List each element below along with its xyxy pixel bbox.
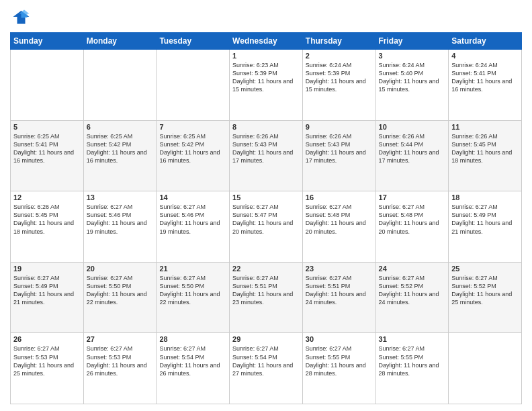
calendar-cell: 13Sunrise: 6:27 AM Sunset: 5:46 PM Dayli… bbox=[83, 191, 157, 263]
calendar-week-row: 1Sunrise: 6:23 AM Sunset: 5:39 PM Daylig… bbox=[11, 50, 522, 121]
day-number: 8 bbox=[232, 123, 300, 131]
day-content: Sunrise: 6:27 AM Sunset: 5:53 PM Dayligh… bbox=[87, 345, 154, 377]
calendar-cell: 18Sunrise: 6:27 AM Sunset: 5:49 PM Dayli… bbox=[449, 191, 522, 263]
day-content: Sunrise: 6:27 AM Sunset: 5:50 PM Dayligh… bbox=[159, 274, 226, 307]
day-of-week-header: Thursday bbox=[302, 33, 375, 50]
calendar-week-row: 12Sunrise: 6:26 AM Sunset: 5:45 PM Dayli… bbox=[11, 191, 522, 263]
calendar-cell: 10Sunrise: 6:26 AM Sunset: 5:44 PM Dayli… bbox=[375, 120, 449, 191]
calendar-cell: 2Sunrise: 6:24 AM Sunset: 5:39 PM Daylig… bbox=[302, 50, 375, 121]
day-content: Sunrise: 6:24 AM Sunset: 5:40 PM Dayligh… bbox=[379, 61, 446, 94]
header bbox=[10, 7, 522, 27]
calendar-cell bbox=[83, 50, 157, 121]
calendar-cell: 28Sunrise: 6:27 AM Sunset: 5:54 PM Dayli… bbox=[157, 333, 230, 404]
day-number: 16 bbox=[306, 193, 373, 201]
day-number: 4 bbox=[451, 52, 519, 60]
calendar-body: 1Sunrise: 6:23 AM Sunset: 5:39 PM Daylig… bbox=[11, 50, 522, 404]
calendar-week-row: 26Sunrise: 6:27 AM Sunset: 5:53 PM Dayli… bbox=[11, 333, 522, 404]
day-content: Sunrise: 6:27 AM Sunset: 5:51 PM Dayligh… bbox=[306, 274, 373, 307]
calendar-week-row: 5Sunrise: 6:25 AM Sunset: 5:41 PM Daylig… bbox=[11, 120, 522, 191]
day-number: 26 bbox=[13, 335, 81, 343]
day-number: 15 bbox=[232, 193, 300, 201]
header-row: SundayMondayTuesdayWednesdayThursdayFrid… bbox=[11, 33, 522, 50]
day-of-week-header: Monday bbox=[83, 33, 157, 50]
day-content: Sunrise: 6:24 AM Sunset: 5:39 PM Dayligh… bbox=[306, 61, 373, 94]
day-content: Sunrise: 6:23 AM Sunset: 5:39 PM Dayligh… bbox=[232, 61, 300, 94]
calendar-cell bbox=[157, 50, 230, 121]
day-number: 9 bbox=[306, 123, 373, 131]
day-content: Sunrise: 6:25 AM Sunset: 5:42 PM Dayligh… bbox=[159, 132, 226, 165]
calendar-cell: 26Sunrise: 6:27 AM Sunset: 5:53 PM Dayli… bbox=[11, 333, 84, 404]
calendar-cell: 27Sunrise: 6:27 AM Sunset: 5:53 PM Dayli… bbox=[83, 333, 157, 404]
day-content: Sunrise: 6:27 AM Sunset: 5:49 PM Dayligh… bbox=[13, 274, 81, 307]
day-content: Sunrise: 6:25 AM Sunset: 5:41 PM Dayligh… bbox=[13, 132, 81, 165]
calendar-cell: 15Sunrise: 6:27 AM Sunset: 5:47 PM Dayli… bbox=[230, 191, 303, 263]
day-content: Sunrise: 6:27 AM Sunset: 5:48 PM Dayligh… bbox=[379, 203, 446, 236]
calendar-cell: 9Sunrise: 6:26 AM Sunset: 5:43 PM Daylig… bbox=[302, 120, 375, 191]
day-content: Sunrise: 6:27 AM Sunset: 5:46 PM Dayligh… bbox=[159, 203, 226, 236]
day-content: Sunrise: 6:26 AM Sunset: 5:43 PM Dayligh… bbox=[232, 132, 300, 165]
calendar-cell: 3Sunrise: 6:24 AM Sunset: 5:40 PM Daylig… bbox=[375, 50, 449, 121]
calendar-cell: 29Sunrise: 6:27 AM Sunset: 5:54 PM Dayli… bbox=[230, 333, 303, 404]
day-number: 14 bbox=[159, 193, 226, 201]
calendar-cell: 16Sunrise: 6:27 AM Sunset: 5:48 PM Dayli… bbox=[302, 191, 375, 263]
day-content: Sunrise: 6:27 AM Sunset: 5:48 PM Dayligh… bbox=[306, 203, 373, 236]
day-content: Sunrise: 6:26 AM Sunset: 5:45 PM Dayligh… bbox=[13, 203, 81, 236]
day-content: Sunrise: 6:26 AM Sunset: 5:45 PM Dayligh… bbox=[451, 132, 519, 165]
calendar-cell: 6Sunrise: 6:25 AM Sunset: 5:42 PM Daylig… bbox=[83, 120, 157, 191]
day-number: 20 bbox=[87, 265, 154, 273]
calendar-cell: 24Sunrise: 6:27 AM Sunset: 5:52 PM Dayli… bbox=[375, 262, 449, 333]
page: SundayMondayTuesdayWednesdayThursdayFrid… bbox=[0, 0, 532, 411]
logo bbox=[10, 7, 33, 27]
day-number: 6 bbox=[87, 123, 154, 131]
calendar-cell: 30Sunrise: 6:27 AM Sunset: 5:55 PM Dayli… bbox=[302, 333, 375, 404]
day-of-week-header: Sunday bbox=[11, 33, 84, 50]
day-content: Sunrise: 6:24 AM Sunset: 5:41 PM Dayligh… bbox=[451, 61, 519, 94]
day-number: 25 bbox=[451, 265, 519, 273]
calendar-cell: 7Sunrise: 6:25 AM Sunset: 5:42 PM Daylig… bbox=[157, 120, 230, 191]
day-number: 30 bbox=[306, 335, 373, 343]
day-content: Sunrise: 6:27 AM Sunset: 5:53 PM Dayligh… bbox=[13, 345, 81, 377]
calendar-cell: 1Sunrise: 6:23 AM Sunset: 5:39 PM Daylig… bbox=[230, 50, 303, 121]
calendar-week-row: 19Sunrise: 6:27 AM Sunset: 5:49 PM Dayli… bbox=[11, 262, 522, 333]
day-of-week-header: Friday bbox=[375, 33, 449, 50]
day-content: Sunrise: 6:27 AM Sunset: 5:47 PM Dayligh… bbox=[232, 203, 300, 236]
calendar-cell: 31Sunrise: 6:27 AM Sunset: 5:55 PM Dayli… bbox=[375, 333, 449, 404]
day-content: Sunrise: 6:26 AM Sunset: 5:44 PM Dayligh… bbox=[379, 132, 446, 165]
day-of-week-header: Wednesday bbox=[230, 33, 303, 50]
day-number: 31 bbox=[379, 335, 446, 343]
day-content: Sunrise: 6:27 AM Sunset: 5:51 PM Dayligh… bbox=[232, 274, 300, 307]
day-of-week-header: Saturday bbox=[449, 33, 522, 50]
day-content: Sunrise: 6:25 AM Sunset: 5:42 PM Dayligh… bbox=[87, 132, 154, 165]
calendar-cell: 23Sunrise: 6:27 AM Sunset: 5:51 PM Dayli… bbox=[302, 262, 375, 333]
calendar-cell: 14Sunrise: 6:27 AM Sunset: 5:46 PM Dayli… bbox=[157, 191, 230, 263]
day-number: 22 bbox=[232, 265, 300, 273]
calendar-cell: 11Sunrise: 6:26 AM Sunset: 5:45 PM Dayli… bbox=[449, 120, 522, 191]
day-number: 12 bbox=[13, 193, 81, 201]
calendar-cell: 12Sunrise: 6:26 AM Sunset: 5:45 PM Dayli… bbox=[11, 191, 84, 263]
day-number: 7 bbox=[159, 123, 226, 131]
day-content: Sunrise: 6:27 AM Sunset: 5:52 PM Dayligh… bbox=[379, 274, 446, 307]
day-number: 21 bbox=[159, 265, 226, 273]
day-content: Sunrise: 6:27 AM Sunset: 5:54 PM Dayligh… bbox=[159, 345, 226, 377]
day-number: 3 bbox=[379, 52, 446, 60]
day-content: Sunrise: 6:27 AM Sunset: 5:49 PM Dayligh… bbox=[451, 203, 519, 236]
day-number: 5 bbox=[13, 123, 81, 131]
logo-icon bbox=[10, 7, 30, 27]
calendar-cell bbox=[449, 333, 522, 404]
day-content: Sunrise: 6:27 AM Sunset: 5:50 PM Dayligh… bbox=[87, 274, 154, 307]
day-number: 29 bbox=[232, 335, 300, 343]
day-number: 17 bbox=[379, 193, 446, 201]
day-number: 19 bbox=[13, 265, 81, 273]
day-number: 13 bbox=[87, 193, 154, 201]
day-number: 2 bbox=[306, 52, 373, 60]
day-content: Sunrise: 6:27 AM Sunset: 5:55 PM Dayligh… bbox=[306, 345, 373, 377]
day-number: 24 bbox=[379, 265, 446, 273]
calendar-header: SundayMondayTuesdayWednesdayThursdayFrid… bbox=[11, 33, 522, 50]
calendar-cell bbox=[11, 50, 84, 121]
day-number: 18 bbox=[451, 193, 519, 201]
day-number: 28 bbox=[159, 335, 226, 343]
calendar-cell: 21Sunrise: 6:27 AM Sunset: 5:50 PM Dayli… bbox=[157, 262, 230, 333]
day-content: Sunrise: 6:27 AM Sunset: 5:54 PM Dayligh… bbox=[232, 345, 300, 377]
day-number: 10 bbox=[379, 123, 446, 131]
day-content: Sunrise: 6:27 AM Sunset: 5:55 PM Dayligh… bbox=[379, 345, 446, 377]
